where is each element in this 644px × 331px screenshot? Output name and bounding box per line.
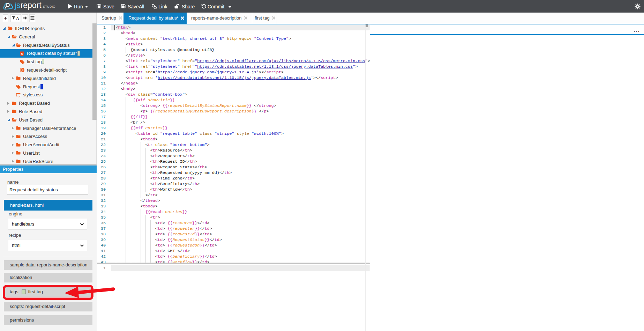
svg-text:5: 5: [21, 52, 23, 56]
